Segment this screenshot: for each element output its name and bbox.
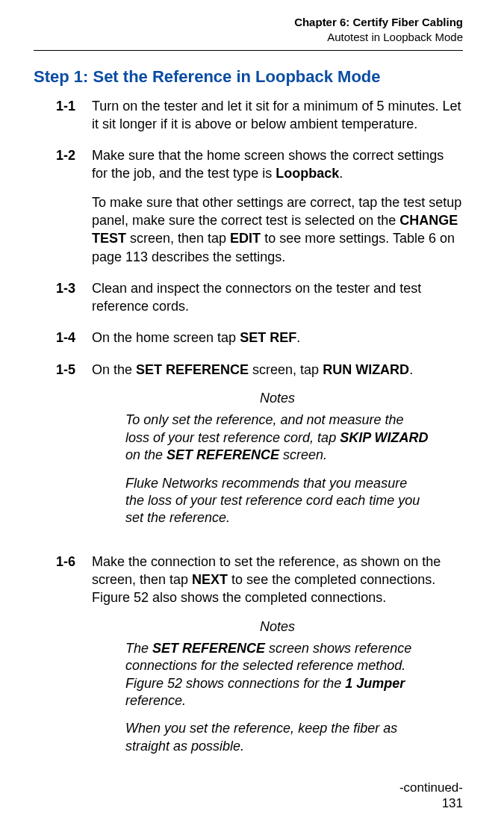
step-text: Make sure that the home screen shows the… [92, 146, 463, 183]
step-1-5: 1-5 On the SET REFERENCE screen, tap RUN… [56, 361, 463, 539]
step-number: 1-4 [56, 329, 92, 347]
step-number: 1-2 [56, 146, 92, 266]
notes-text: When you set the reference, keep the fib… [125, 720, 429, 755]
notes-text: The SET REFERENCE screen shows reference… [125, 640, 429, 710]
step-1-1: 1-1 Turn on the tester and let it sit fo… [56, 97, 463, 134]
header-section: Autotest in Loopback Mode [34, 30, 463, 45]
step-number: 1-5 [56, 361, 92, 539]
notes-block: Notes The SET REFERENCE screen shows ref… [92, 618, 463, 756]
step-text: Make the connection to set the reference… [92, 553, 463, 607]
step-number: 1-3 [56, 279, 92, 316]
step-1-2: 1-2 Make sure that the home screen shows… [56, 146, 463, 266]
step-body: Make the connection to set the reference… [92, 553, 463, 768]
step-text: On the home screen tap SET REF. [92, 329, 463, 347]
step-1-4: 1-4 On the home screen tap SET REF. [56, 329, 463, 347]
header-chapter: Chapter 6: Certify Fiber Cabling [34, 15, 463, 30]
step-number: 1-6 [56, 553, 92, 768]
step-1-6: 1-6 Make the connection to set the refer… [56, 553, 463, 768]
step-body: On the home screen tap SET REF. [92, 329, 463, 347]
notes-block: Notes To only set the reference, and not… [92, 389, 463, 527]
step-text: Clean and inspect the connectors on the … [92, 279, 463, 316]
notes-heading: Notes [92, 389, 463, 407]
notes-heading: Notes [92, 618, 463, 636]
step-body: Clean and inspect the connectors on the … [92, 279, 463, 316]
step-1-3: 1-3 Clean and inspect the connectors on … [56, 279, 463, 316]
step-text: To make sure that other settings are cor… [92, 193, 463, 266]
step-body: Turn on the tester and let it sit for a … [92, 97, 463, 134]
step-number: 1-1 [56, 97, 92, 134]
step-body: On the SET REFERENCE screen, tap RUN WIZ… [92, 361, 463, 539]
step-text: Turn on the tester and let it sit for a … [92, 97, 463, 134]
page-header: Chapter 6: Certify Fiber Cabling Autotes… [34, 15, 463, 46]
page-number: 131 [442, 796, 463, 811]
step-text: On the SET REFERENCE screen, tap RUN WIZ… [92, 361, 463, 379]
continued-label: -continued- [34, 780, 463, 795]
step-list: 1-1 Turn on the tester and let it sit fo… [34, 97, 463, 768]
step-title: Step 1: Set the Reference in Loopback Mo… [34, 67, 463, 87]
header-rule [34, 50, 463, 51]
notes-text: Fluke Networks recommends that you measu… [125, 475, 429, 527]
step-body: Make sure that the home screen shows the… [92, 146, 463, 266]
notes-text: To only set the reference, and not measu… [125, 412, 429, 464]
